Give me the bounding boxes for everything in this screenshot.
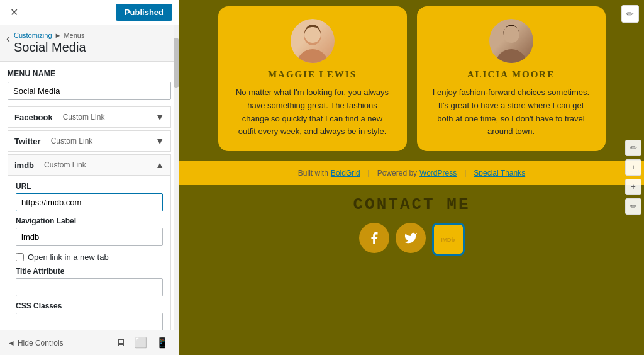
tablet-device-button[interactable]: ⬜ — [132, 335, 150, 350]
footer-powered-by: Powered by — [377, 169, 417, 178]
imdb-social-button[interactable]: IMDb — [432, 223, 465, 256]
facebook-menu-item: Facebook Custom Link ▼ — [8, 106, 171, 128]
header-text: Customizing ► Menus Social Media — [14, 31, 86, 55]
css-classes-input[interactable] — [16, 313, 163, 330]
url-label: URL — [16, 182, 163, 191]
facebook-item-type: Custom Link — [63, 113, 105, 121]
section-title: Social Media — [14, 40, 86, 55]
css-classes-label: CSS Classes — [16, 301, 163, 310]
svg-point-4 — [503, 26, 519, 43]
facebook-item-left: Facebook Custom Link — [14, 113, 104, 122]
menu-name-input[interactable] — [8, 82, 171, 100]
hide-icon: ◄ — [8, 339, 15, 347]
facebook-item-name: Facebook — [14, 113, 53, 122]
maggie-card: Maggie Lewis No matter what I'm looking … — [218, 6, 407, 151]
imdb-icon: IMDb — [441, 235, 456, 243]
desktop-device-button[interactable]: 🖥 — [113, 335, 128, 350]
footer-add-button-2[interactable]: + — [625, 179, 641, 195]
nav-label-input[interactable] — [16, 228, 163, 246]
footer-sep-1: | — [368, 169, 370, 178]
nav-label-label: Navigation Label — [16, 217, 163, 225]
alicia-card: Alicia Moore I enjoy fashion-forward cho… — [417, 6, 606, 151]
cards-row: Maggie Lewis No matter what I'm looking … — [179, 0, 644, 161]
twitter-item-name: Twitter — [14, 137, 41, 146]
maggie-name: Maggie Lewis — [233, 69, 392, 80]
twitter-item-header[interactable]: Twitter Custom Link ▼ — [8, 131, 170, 151]
maggie-text: No matter what I'm looking for, you alwa… — [233, 86, 392, 138]
facebook-chevron-button[interactable]: ▼ — [155, 112, 164, 122]
alicia-text: I enjoy fashion-forward choices sometime… — [432, 86, 591, 138]
twitter-menu-item: Twitter Custom Link ▼ — [8, 130, 171, 152]
panel-content: Menu Name Facebook Custom Link ▼ Twitter… — [0, 62, 179, 330]
open-new-tab-checkbox[interactable] — [16, 253, 24, 261]
published-button[interactable]: Published — [116, 4, 172, 21]
back-button[interactable]: ‹ — [6, 33, 10, 44]
footer-sep-2: | — [464, 169, 466, 178]
footer-wordpress-link[interactable]: WordPress — [419, 169, 457, 178]
svg-point-3 — [496, 49, 526, 63]
hide-controls-button[interactable]: ◄ Hide Controls — [8, 339, 64, 347]
imdb-chevron-button[interactable]: ▲ — [155, 160, 164, 170]
scroll-thumb — [174, 38, 179, 88]
breadcrumb-customizing[interactable]: Customizing — [14, 31, 52, 39]
menu-name-label: Menu Name — [8, 69, 171, 78]
alicia-name: Alicia Moore — [432, 69, 591, 80]
twitter-item-left: Twitter Custom Link — [14, 137, 92, 146]
open-new-tab-row: Open link in a new tab — [16, 252, 163, 262]
twitter-item-type: Custom Link — [51, 137, 93, 145]
social-icons-row: IMDb — [192, 223, 631, 256]
alicia-avatar — [489, 19, 533, 63]
url-input[interactable] — [16, 193, 163, 211]
right-footer-toolbar: ✏ + + ✏ — [623, 0, 644, 355]
contact-section: Contact Me IMDb — [179, 185, 644, 355]
twitter-chevron-button[interactable]: ▼ — [155, 136, 164, 146]
footer-boldgrid-link[interactable]: BoldGrid — [331, 169, 360, 178]
alicia-avatar-svg — [489, 19, 533, 63]
panel-header: ‹ Customizing ► Menus Social Media — [0, 25, 179, 62]
facebook-social-button[interactable] — [359, 223, 389, 253]
footer-special-thanks-link[interactable]: Special Thanks — [474, 169, 525, 178]
breadcrumb-arrow: ► — [55, 31, 62, 39]
facebook-icon — [367, 231, 381, 245]
imdb-item-body: URL Navigation Label Open link in a new … — [8, 176, 170, 330]
footer-pencil-button[interactable]: ✏ — [625, 140, 641, 156]
bottom-bar: ◄ Hide Controls 🖥 ⬜ 📱 — [0, 330, 179, 355]
footer-add-button-1[interactable]: + — [625, 159, 641, 176]
maggie-avatar-svg — [291, 19, 335, 63]
footer-built-with: Built with — [298, 169, 328, 178]
imdb-item-left: imdb Custom Link — [14, 161, 86, 170]
twitter-social-button[interactable] — [396, 223, 426, 253]
imdb-item-type: Custom Link — [44, 161, 86, 169]
hide-controls-label: Hide Controls — [18, 339, 64, 347]
close-button[interactable]: ✕ — [6, 5, 22, 20]
footer-pencil-button-2[interactable]: ✏ — [625, 198, 641, 215]
scroll-track[interactable] — [174, 25, 179, 330]
title-attr-input[interactable] — [16, 278, 163, 296]
open-new-tab-label: Open link in a new tab — [28, 252, 109, 262]
customizer-panel: ✕ Published ‹ Customizing ► Menus Social… — [0, 0, 179, 355]
imdb-item-header[interactable]: imdb Custom Link ▲ — [8, 155, 170, 176]
maggie-avatar — [291, 19, 335, 63]
breadcrumb-menus: Menus — [64, 31, 84, 39]
device-icons: 🖥 ⬜ 📱 — [113, 335, 171, 350]
facebook-item-header[interactable]: Facebook Custom Link ▼ — [8, 107, 170, 127]
mobile-device-button[interactable]: 📱 — [153, 335, 171, 350]
svg-point-1 — [297, 49, 328, 63]
imdb-menu-item: imdb Custom Link ▲ URL Navigation Label … — [8, 154, 171, 330]
contact-title: Contact Me — [192, 195, 631, 214]
title-attr-label: Title Attribute — [16, 267, 163, 276]
breadcrumb: Customizing ► Menus — [14, 31, 86, 39]
svg-text:IMDb: IMDb — [441, 236, 455, 243]
preview-footer: Built with BoldGrid | Powered by WordPre… — [179, 161, 644, 185]
imdb-item-name: imdb — [14, 161, 34, 170]
preview-panel: ✏ Maggie Lewis No matter what I'm lookin… — [179, 0, 644, 355]
top-bar: ✕ Published — [0, 0, 179, 25]
twitter-icon — [404, 231, 418, 245]
